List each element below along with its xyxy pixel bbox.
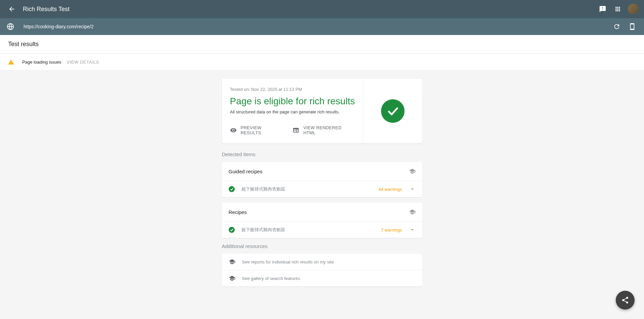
expand-button[interactable] (409, 226, 416, 233)
graduation-cap-icon (409, 168, 416, 175)
learn-more-button[interactable] (409, 168, 416, 175)
resources-card: See reports for individual rich results … (222, 254, 422, 286)
resource-text: See reports for individual rich results … (242, 259, 334, 264)
app-title: Rich Results Test (23, 6, 70, 13)
warnings-count: 44 warnings (378, 187, 402, 192)
result-card: Tested on: Nov 22, 2020 at 11:13 PM Page… (222, 79, 422, 143)
resource-row-reports[interactable]: See reports for individual rich results … (222, 254, 422, 270)
learn-more-button[interactable] (409, 209, 416, 215)
resource-text: See gallery of search features (242, 276, 300, 281)
warning-bar: Page loading issues VIEW DETAILS (0, 54, 644, 71)
chevron-down-icon (409, 186, 416, 192)
tested-on-text: Tested on: Nov 22, 2020 at 11:13 PM (230, 87, 355, 92)
eligible-title: Page is eligible for rich results (230, 96, 355, 107)
device-toggle-button[interactable] (626, 20, 639, 33)
detected-title: Guided recipes (229, 169, 263, 174)
view-details-button[interactable]: VIEW DETAILS (67, 60, 99, 65)
view-rendered-html-label: VIEW RENDERED HTML (303, 125, 355, 135)
detected-title: Recipes (229, 209, 247, 215)
detected-items-label: Detected items (222, 151, 422, 157)
warning-icon (8, 59, 14, 65)
item-name: 超下飯韓式雞肉杏鮑菇 (241, 227, 381, 233)
eligible-subtitle: All structured data on the page can gene… (230, 109, 355, 114)
content-area: Tested on: Nov 22, 2020 at 11:13 PM Page… (0, 71, 644, 319)
apps-button[interactable] (612, 3, 624, 15)
graduation-cap-icon (229, 258, 235, 265)
check-icon (229, 227, 235, 233)
web-icon (293, 127, 299, 134)
sub-header: Test results (0, 35, 644, 54)
graduation-cap-icon (229, 275, 235, 282)
success-check-icon (381, 99, 405, 123)
top-header: Rich Results Test (0, 0, 644, 18)
page-title: Test results (8, 41, 39, 48)
smartphone-icon (629, 23, 636, 30)
graduation-cap-icon (409, 209, 416, 215)
additional-resources-label: Additional resources (222, 243, 422, 249)
view-rendered-html-button[interactable]: VIEW RENDERED HTML (293, 125, 355, 135)
share-icon (621, 296, 629, 304)
user-avatar[interactable] (628, 4, 639, 14)
detected-card-recipes: Recipes 超下飯韓式雞肉杏鮑菇 7 warnings (222, 203, 422, 238)
detected-row[interactable]: 超下飯韓式雞肉杏鮑菇 44 warnings (222, 181, 422, 197)
feedback-button[interactable] (596, 3, 609, 15)
tested-url[interactable]: https://cooking-diary.com/recipe/2 (24, 24, 608, 29)
share-button[interactable] (616, 291, 635, 310)
expand-button[interactable] (409, 186, 416, 192)
eye-icon (230, 127, 237, 134)
warnings-count: 7 warnings (381, 227, 402, 233)
apps-grid-icon (614, 6, 621, 12)
arrow-left-icon (8, 5, 15, 13)
feedback-icon (599, 5, 606, 13)
chevron-down-icon (409, 226, 416, 233)
refresh-icon (613, 23, 620, 30)
resource-row-gallery[interactable]: See gallery of search features (222, 270, 422, 286)
check-icon (229, 186, 235, 192)
warning-text: Page loading issues (22, 60, 61, 65)
item-name: 超下飯韓式雞肉杏鮑菇 (241, 186, 379, 192)
detected-card-guided-recipes: Guided recipes 超下飯韓式雞肉杏鮑菇 44 warnings (222, 162, 422, 197)
preview-results-button[interactable]: PREVIEW RESULTS (230, 125, 283, 135)
back-arrow-button[interactable] (5, 3, 18, 15)
refresh-button[interactable] (610, 20, 623, 33)
detected-row[interactable]: 超下飯韓式雞肉杏鮑菇 7 warnings (222, 222, 422, 238)
preview-results-label: PREVIEW RESULTS (240, 125, 283, 135)
url-bar: https://cooking-diary.com/recipe/2 (0, 18, 644, 35)
globe-icon (5, 22, 15, 32)
